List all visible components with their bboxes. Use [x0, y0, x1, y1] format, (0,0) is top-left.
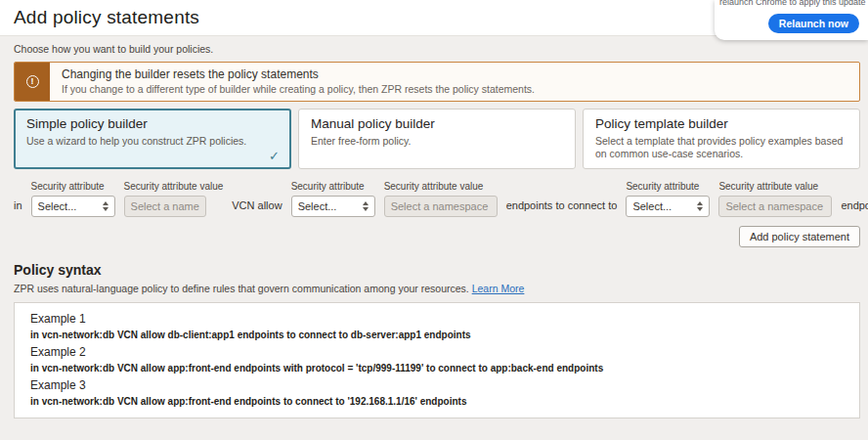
example-label: Example 2 — [30, 345, 844, 359]
security-attribute-select-3[interactable]: Select... — [626, 196, 710, 217]
security-attribute-value-input-3[interactable] — [718, 196, 832, 217]
warning-description: If you change to a different type of bui… — [62, 83, 535, 95]
policy-examples-box: Example 1 in vcn-network:db VCN allow db… — [14, 302, 860, 418]
builder-cards: Simple policy builder Use a wizard to he… — [14, 109, 860, 169]
selected-check-icon: ✓ — [269, 149, 280, 163]
security-attribute-label: Security attribute — [626, 181, 710, 192]
security-attribute-group-3: Security attribute Select... — [626, 181, 710, 217]
security-attribute-select-2[interactable]: Select... — [291, 196, 375, 217]
chrome-update-popup: relaunch Chrome to apply this update Rel… — [715, 0, 868, 40]
security-attribute-value-group-1: Security attribute value — [124, 181, 224, 217]
policy-syntax-description-text: ZPR uses natural-language policy to defi… — [14, 283, 469, 294]
warning-banner: ! Changing the builder resets the policy… — [14, 62, 860, 102]
content-area: Choose how you want to build your polici… — [0, 43, 868, 418]
security-attribute-label: Security attribute — [31, 181, 115, 192]
security-attribute-value-group-3: Security attribute value — [718, 181, 832, 217]
security-attribute-value-input-2[interactable] — [384, 196, 498, 217]
warning-icon-cell: ! — [15, 63, 50, 101]
select-value: Select... — [632, 200, 672, 212]
statement-prefix: in — [14, 199, 22, 217]
policy-statement-row: in Security attribute Select... Security… — [14, 181, 860, 217]
security-attribute-value-input-1[interactable] — [124, 196, 206, 217]
policy-syntax-title: Policy syntax — [14, 262, 860, 278]
warning-icon: ! — [26, 75, 39, 88]
page-title: Add policy statements — [14, 7, 199, 28]
security-attribute-group-1: Security attribute Select... — [31, 181, 115, 217]
select-stepper-icon — [103, 201, 108, 211]
policy-syntax-description: ZPR uses natural-language policy to defi… — [14, 283, 860, 294]
card-title: Policy template builder — [595, 116, 847, 131]
select-stepper-icon — [697, 201, 703, 211]
card-simple-policy-builder[interactable]: Simple policy builder Use a wizard to he… — [14, 109, 291, 169]
learn-more-link[interactable]: Learn More — [472, 283, 525, 294]
statement-conjunction: endpoints — [841, 199, 868, 217]
select-value: Select... — [38, 200, 77, 212]
security-attribute-value-label: Security attribute value — [718, 181, 832, 192]
security-attribute-group-2: Security attribute Select... — [291, 181, 375, 217]
security-attribute-value-label: Security attribute value — [384, 181, 498, 192]
card-title: Manual policy builder — [311, 116, 563, 131]
card-manual-policy-builder[interactable]: Manual policy builder Enter free-form po… — [298, 109, 576, 169]
relaunch-now-button[interactable]: Relaunch now — [768, 14, 859, 33]
security-attribute-value-group-2: Security attribute value — [384, 181, 498, 217]
chrome-update-message: relaunch Chrome to apply this update — [719, 0, 868, 7]
example-label: Example 3 — [30, 378, 844, 392]
card-description: Enter free-form policy. — [311, 135, 563, 148]
warning-body: Changing the builder resets the policy s… — [50, 63, 546, 101]
example-label: Example 1 — [30, 312, 844, 326]
security-attribute-label: Security attribute — [291, 181, 375, 192]
security-attribute-select-1[interactable]: Select... — [31, 196, 115, 217]
add-statement-row: Add policy statement — [14, 226, 860, 247]
statement-conjunction: endpoints to connect to — [506, 199, 618, 217]
select-value: Select... — [298, 200, 337, 212]
security-attribute-value-label: Security attribute value — [124, 181, 224, 192]
warning-title: Changing the builder resets the policy s… — [62, 67, 535, 81]
example-code: in vcn-network:db VCN allow app:front-en… — [30, 396, 844, 407]
card-description: Select a template that provides policy e… — [595, 135, 847, 160]
example-code: in vcn-network:db VCN allow db-client:ap… — [30, 330, 844, 340]
select-stepper-icon — [363, 201, 369, 211]
statement-conjunction: VCN allow — [232, 199, 282, 217]
card-description: Use a wizard to help you construct ZPR p… — [26, 135, 279, 148]
example-code: in vcn-network:db VCN allow app:front-en… — [30, 363, 844, 374]
add-policy-statement-button[interactable]: Add policy statement — [739, 226, 860, 247]
intro-text: Choose how you want to build your polici… — [14, 43, 860, 55]
card-policy-template-builder[interactable]: Policy template builder Select a templat… — [583, 109, 860, 169]
card-title: Simple policy builder — [26, 116, 279, 131]
